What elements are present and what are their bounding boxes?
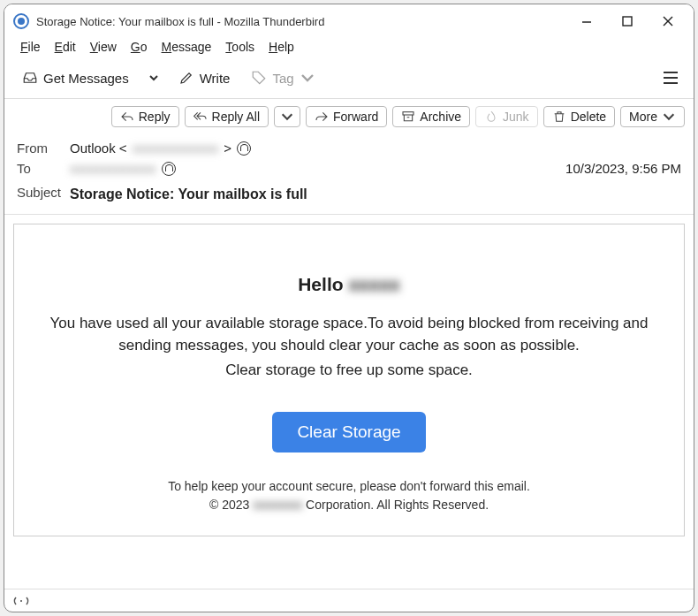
fire-icon bbox=[484, 110, 498, 124]
trash-icon bbox=[552, 110, 566, 124]
forward-button[interactable]: Forward bbox=[306, 106, 387, 127]
menu-file[interactable]: File bbox=[13, 38, 48, 56]
to-value: xxxxxxxxxxxxx bbox=[70, 161, 176, 176]
tag-button[interactable]: Tag bbox=[242, 66, 323, 89]
greeting-name-redacted: xxxxx bbox=[348, 274, 399, 294]
contact-icon[interactable] bbox=[162, 162, 176, 176]
svg-rect-7 bbox=[403, 112, 413, 115]
delete-button[interactable]: Delete bbox=[543, 106, 615, 127]
tag-icon bbox=[251, 70, 267, 86]
app-window: Storage Notice: Your mailbox is full - M… bbox=[4, 4, 694, 612]
statusbar bbox=[4, 589, 694, 612]
minimize-button[interactable] bbox=[566, 7, 607, 35]
main-toolbar: Get Messages Write Tag bbox=[4, 61, 694, 99]
footer-line-1: To help keep your account secure, please… bbox=[30, 477, 668, 496]
message-body-pane[interactable]: Hello xxxxx You have used all your avail… bbox=[4, 215, 694, 589]
menu-tools[interactable]: Tools bbox=[218, 38, 262, 56]
menu-view[interactable]: View bbox=[83, 38, 124, 56]
body-paragraph-1: You have used all your available storage… bbox=[30, 313, 668, 356]
to-label: To bbox=[17, 161, 70, 176]
chevron-down-icon bbox=[280, 110, 294, 124]
forward-label: Forward bbox=[333, 110, 378, 124]
footer-line-2: © 2023 xxxxxxxx Corporation. All Rights … bbox=[30, 496, 668, 514]
archive-label: Archive bbox=[420, 110, 461, 124]
hamburger-menu[interactable] bbox=[655, 65, 687, 91]
menu-message[interactable]: Message bbox=[155, 38, 219, 56]
greeting: Hello xxxxx bbox=[30, 274, 668, 295]
get-messages-button[interactable]: Get Messages bbox=[13, 66, 138, 89]
junk-label: Junk bbox=[503, 110, 529, 124]
forward-icon bbox=[315, 110, 329, 124]
contact-icon[interactable] bbox=[237, 141, 251, 156]
window-title: Storage Notice: Your mailbox is full - M… bbox=[36, 15, 324, 28]
reply-button[interactable]: Reply bbox=[111, 106, 179, 127]
menu-help[interactable]: Help bbox=[262, 38, 301, 56]
archive-button[interactable]: Archive bbox=[392, 106, 470, 127]
reply-all-dropdown[interactable] bbox=[274, 106, 300, 127]
subject-label: Subject bbox=[17, 185, 70, 200]
reply-all-icon bbox=[193, 110, 208, 124]
svg-rect-1 bbox=[623, 17, 632, 26]
from-address-redacted: xxxxxxxxxxxxx bbox=[133, 141, 219, 156]
chevron-down-icon bbox=[662, 110, 676, 124]
write-label: Write bbox=[200, 71, 231, 86]
inbox-icon bbox=[22, 70, 38, 86]
more-button[interactable]: More bbox=[620, 106, 685, 127]
company-redacted: xxxxxxxx bbox=[253, 498, 302, 512]
chevron-down-icon bbox=[300, 70, 315, 86]
from-label: From bbox=[17, 141, 70, 156]
pencil-icon bbox=[178, 70, 194, 86]
maximize-button[interactable] bbox=[607, 7, 648, 35]
message-actionbar: Reply Reply All Forward Archive Junk Del… bbox=[4, 99, 694, 134]
more-label: More bbox=[629, 110, 657, 124]
to-address-redacted: xxxxxxxxxxxxx bbox=[70, 161, 156, 176]
reply-icon bbox=[120, 110, 134, 124]
reply-label: Reply bbox=[139, 110, 171, 124]
menu-edit[interactable]: Edit bbox=[48, 38, 83, 56]
archive-icon bbox=[401, 110, 415, 124]
delete-label: Delete bbox=[571, 110, 606, 124]
email-content: Hello xxxxx You have used all your avail… bbox=[13, 224, 685, 536]
write-button[interactable]: Write bbox=[170, 66, 239, 89]
broadcast-icon bbox=[13, 595, 29, 607]
subject-value: Storage Notice: Your mailbox is full bbox=[70, 181, 307, 202]
reply-all-label: Reply All bbox=[212, 110, 260, 124]
get-messages-dropdown[interactable] bbox=[141, 72, 166, 83]
from-value: Outlook < xxxxxxxxxxxxx > bbox=[70, 141, 251, 156]
reply-all-button[interactable]: Reply All bbox=[185, 106, 269, 127]
menubar: File Edit View Go Message Tools Help bbox=[4, 38, 694, 61]
tag-label: Tag bbox=[272, 71, 293, 86]
junk-button[interactable]: Junk bbox=[475, 106, 538, 127]
app-icon bbox=[13, 13, 29, 29]
message-date: 10/3/2023, 9:56 PM bbox=[565, 161, 681, 176]
message-headers: From Outlook < xxxxxxxxxxxxx > To xxxxxx… bbox=[4, 134, 694, 215]
titlebar: Storage Notice: Your mailbox is full - M… bbox=[4, 4, 694, 38]
body-paragraph-2: Clear storage to free up some space. bbox=[30, 360, 668, 382]
menu-go[interactable]: Go bbox=[124, 38, 155, 56]
get-messages-label: Get Messages bbox=[43, 71, 129, 86]
close-button[interactable] bbox=[648, 7, 688, 35]
clear-storage-button[interactable]: Clear Storage bbox=[272, 412, 425, 452]
